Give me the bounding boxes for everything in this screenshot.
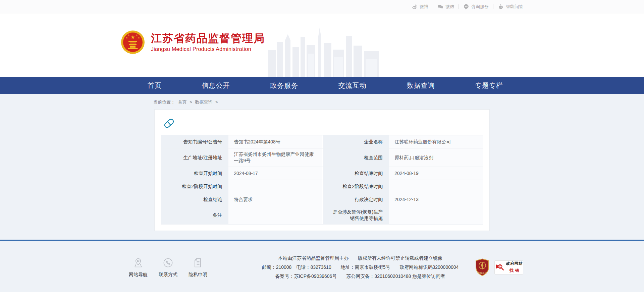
footer-link-privacy[interactable]: 隐私申明 xyxy=(183,257,213,278)
site-footer: 网站导航 联系方式 隐私申明 本站由江苏省药品监督管理局主办 版权所有未经许可禁 xyxy=(0,241,644,292)
footer-link-label: 网站导航 xyxy=(129,272,148,278)
nav-item-info-disclosure[interactable]: 信息公开 xyxy=(202,77,230,94)
divider xyxy=(433,4,433,9)
phase2-end-label: 检查2阶段结束时间 xyxy=(322,180,389,193)
weibo-link[interactable]: 微博 xyxy=(412,4,428,10)
table-row: 告知书编号/公告号 告知书2024年第408号 企业名称 江苏联环药业股份有限公… xyxy=(161,135,483,148)
breadcrumb-prefix: 当前位置： xyxy=(153,100,175,105)
nav-item-interaction[interactable]: 交流互动 xyxy=(338,77,367,94)
svg-text:★: ★ xyxy=(130,34,135,40)
footer-link-site-map[interactable]: 网站导航 xyxy=(123,257,153,278)
find-error-badge[interactable]: 政府网站 找错 xyxy=(494,260,523,274)
footer-link-label: 隐私申明 xyxy=(189,272,207,278)
notice-number-value: 告知书2024年第408号 xyxy=(228,135,322,148)
national-emblem-icon: ★ ★ ★ ★ ★ xyxy=(121,30,145,54)
breadcrumb-separator: > xyxy=(215,100,218,105)
svg-text:★: ★ xyxy=(128,34,130,36)
content-area: 当前位置： 首页 > 数据查询 > 告知书编号/公告号 告知书2024年第408… xyxy=(0,94,644,240)
footer-info-text: 本站由江苏省药品监督管理局主办 版权所有未经许可禁止转载或者建立镜像 邮编：21… xyxy=(253,254,468,281)
footer-link-contact[interactable]: 联系方式 xyxy=(153,257,183,278)
footer-quick-links: 网站导航 联系方式 隐私申明 xyxy=(123,257,213,278)
breadcrumb: 当前位置： 首页 > 数据查询 > xyxy=(153,98,523,109)
table-row: 检查2阶段开始时间 检查2阶段结束时间 xyxy=(161,180,483,193)
table-row: 备注 是否涉及暂停(恢复)生产销售使用等措施 xyxy=(161,206,483,225)
address-label: 生产地址/注册地址 xyxy=(161,148,228,167)
conclusion-value: 符合要求 xyxy=(228,193,322,206)
top-utility-bar: 微博 微信 咨询服务 智能问答 xyxy=(0,0,644,13)
table-row: 检查开始时间 2024-08-17 检查结束时间 2024-08-19 xyxy=(161,167,483,180)
wechat-label: 微信 xyxy=(445,4,454,10)
breadcrumb-home-link[interactable]: 首页 xyxy=(178,100,187,105)
inspection-start-label: 检查开始时间 xyxy=(161,167,228,180)
inspection-scope-value: 原料药,口服溶液剂 xyxy=(389,148,483,167)
inspection-scope-label: 检查范围 xyxy=(322,148,389,167)
footer-line-1: 本站由江苏省药品监督管理局主办 版权所有未经许可禁止转载或者建立镜像 xyxy=(253,254,468,263)
map-pin-icon xyxy=(132,257,144,268)
inspection-end-value: 2024-08-19 xyxy=(389,167,483,180)
phase2-start-value xyxy=(228,180,322,193)
smart-qa-label: 智能问答 xyxy=(506,4,523,10)
robot-icon xyxy=(498,4,504,10)
phase2-end-value xyxy=(389,180,483,193)
nav-item-gov-services[interactable]: 政务服务 xyxy=(270,77,298,94)
phase2-start-label: 检查2阶段开始时间 xyxy=(161,180,228,193)
inspection-end-label: 检查结束时间 xyxy=(322,167,389,180)
site-title: 江苏省药品监督管理局 xyxy=(151,32,265,45)
consult-service-label: 咨询服务 xyxy=(471,4,489,10)
footer-badges: 党政机关 政府网站 找错 xyxy=(475,258,523,277)
decision-date-value: 2024-12-13 xyxy=(389,193,483,206)
footer-link-label: 联系方式 xyxy=(159,272,177,278)
company-name-label: 企业名称 xyxy=(322,135,389,148)
conclusion-label: 检查结论 xyxy=(161,193,228,206)
svg-text:党政机关: 党政机关 xyxy=(477,271,488,274)
smart-qa-link[interactable]: 智能问答 xyxy=(498,4,523,10)
party-gov-badge-icon[interactable]: 党政机关 xyxy=(475,258,490,277)
notice-number-label: 告知书编号/公告号 xyxy=(161,135,228,148)
city-skyline-graphic xyxy=(268,27,379,77)
site-header: ★ ★ ★ ★ ★ 江苏省药品监督管理局 Jiangsu Medical Pro… xyxy=(0,13,644,77)
weibo-label: 微博 xyxy=(420,4,428,10)
footer-line-3: 备案号：苏ICP备09039606号 苏公网安备：32010602010488 … xyxy=(253,272,468,281)
suspension-measures-label: 是否涉及暂停(恢复)生产销售使用等措施 xyxy=(322,206,389,224)
find-error-magnifier-icon xyxy=(495,263,504,272)
inspection-detail-table: 告知书编号/公告号 告知书2024年第408号 企业名称 江苏联环药业股份有限公… xyxy=(161,135,483,225)
svg-text:★: ★ xyxy=(138,37,140,39)
remarks-value xyxy=(228,206,322,224)
find-error-badge-title: 政府网站 xyxy=(506,261,523,267)
suspension-measures-value xyxy=(389,206,483,224)
divider xyxy=(493,4,493,9)
remarks-label: 备注 xyxy=(161,206,228,224)
company-name-value: 江苏联环药业股份有限公司 xyxy=(389,135,483,148)
detail-card: 告知书编号/公告号 告知书2024年第408号 企业名称 江苏联环药业股份有限公… xyxy=(154,109,490,231)
phone-icon xyxy=(162,257,174,268)
nav-item-home[interactable]: 首页 xyxy=(148,77,162,94)
consult-service-link[interactable]: 咨询服务 xyxy=(463,4,489,10)
footer-line-2: 邮编：210008 电话：83273610 地址：南京市鼓楼街5号 政府网站标识… xyxy=(253,263,468,272)
address-value: 江苏省扬州市扬州生物健康产业园健康一路9号 xyxy=(228,148,322,167)
find-error-badge-subtitle: 找错 xyxy=(508,268,521,273)
wechat-link[interactable]: 微信 xyxy=(437,4,454,10)
divider xyxy=(459,4,459,9)
breadcrumb-data-query-link[interactable]: 数据查询 xyxy=(195,100,212,105)
weibo-icon xyxy=(412,4,418,10)
nav-item-data-query[interactable]: 数据查询 xyxy=(407,77,435,94)
nav-item-special-topics[interactable]: 专题专栏 xyxy=(475,77,503,94)
table-row: 生产地址/注册地址 江苏省扬州市扬州生物健康产业园健康一路9号 检查范围 原料药… xyxy=(161,148,483,167)
inspection-start-value: 2024-08-17 xyxy=(228,167,322,180)
svg-text:★: ★ xyxy=(126,37,128,39)
main-nav: 首页 信息公开 政务服务 交流互动 数据查询 专题专栏 xyxy=(0,77,644,94)
chat-bubble-icon xyxy=(463,4,469,10)
site-logo[interactable]: ★ ★ ★ ★ ★ 江苏省药品监督管理局 Jiangsu Medical Pro… xyxy=(121,30,265,54)
wechat-icon xyxy=(437,4,443,10)
document-icon xyxy=(192,257,204,268)
table-row: 检查结论 符合要求 行政决定时间 2024-12-13 xyxy=(161,193,483,206)
site-subtitle: Jiangsu Medical Products Administration xyxy=(151,46,265,52)
decision-date-label: 行政决定时间 xyxy=(322,193,389,206)
pill-icon xyxy=(163,117,175,130)
svg-text:★: ★ xyxy=(136,34,138,36)
breadcrumb-separator: > xyxy=(190,100,192,105)
